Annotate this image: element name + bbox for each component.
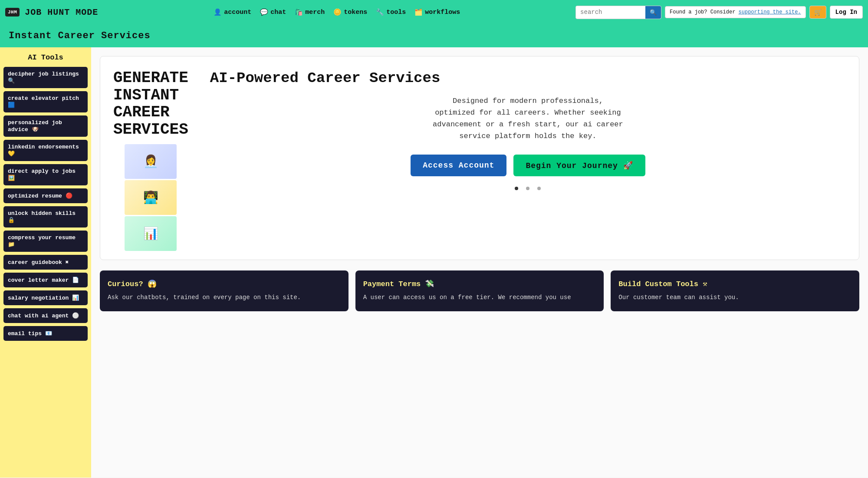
nav-links: 👤 account 💬 chat 🛍️ merch 🪙 tokens 🔧 too… [106, 8, 568, 16]
sidebar-title: AI Tools [3, 53, 88, 62]
curious-card: Curious? 😱 Ask our chatbots, trained on … [100, 270, 349, 311]
sidebar-item-chat-with-ai-agent[interactable]: chat with ai agent ⚪ [3, 308, 88, 323]
sidebar: AI Tools decipher job listings 🔍 create … [0, 47, 91, 478]
workflows-icon: 🗂️ [414, 8, 423, 16]
sidebar-item-unlock-hidden-skills[interactable]: unlock hidden skills 🔒 [3, 206, 88, 227]
hero-image-icon-2: 👨‍💻 [143, 190, 158, 205]
nav-tokens[interactable]: 🪙 tokens [333, 8, 367, 16]
page-title: Instant Career Services [9, 30, 151, 41]
cart-button[interactable]: 🛒 [809, 6, 826, 19]
layout: AI Tools decipher job listings 🔍 create … [0, 47, 868, 478]
hero-image-1: 👩‍💼 [125, 144, 177, 179]
cart-icon: 🛒 [814, 9, 822, 16]
hero-image-icon-1: 👩‍💼 [143, 154, 158, 169]
hero-left: GENERATE INSTANT CAREER SERVICES 👩‍💼 👨‍💻… [113, 69, 188, 251]
payment-terms-card: Payment Terms 💸 A user can access us on … [355, 270, 604, 311]
chat-icon: 💬 [260, 8, 268, 16]
payment-terms-card-body: A user can access us on a free tier. We … [363, 293, 596, 302]
hero-dot-3 [537, 187, 541, 190]
sidebar-item-salary-negotiation[interactable]: salary negotiation 📊 [3, 290, 88, 305]
merch-icon: 🛍️ [295, 8, 303, 16]
nav-account[interactable]: 👤 account [214, 8, 251, 16]
logo-abbr: JHM [5, 8, 20, 16]
hero-image-icon-3: 📊 [143, 226, 158, 241]
payment-terms-card-title: Payment Terms 💸 [363, 279, 596, 288]
sidebar-item-compress-your-resume[interactable]: compress your resume 📁 [3, 231, 88, 252]
sidebar-item-optimized-resume[interactable]: optimized resume 🔴 [3, 188, 88, 203]
hero-images: 👩‍💼 👨‍💻 📊 [125, 144, 177, 251]
hero-dot-2 [526, 187, 529, 190]
hero-card: GENERATE INSTANT CAREER SERVICES 👩‍💼 👨‍💻… [100, 56, 859, 260]
hero-description: Designed for modern professionals, optim… [210, 95, 846, 142]
tools-icon: 🔧 [376, 8, 384, 16]
hero-image-3: 📊 [125, 216, 177, 251]
sidebar-item-decipher-job-listings[interactable]: decipher job listings 🔍 [3, 67, 88, 88]
main-content: GENERATE INSTANT CAREER SERVICES 👩‍💼 👨‍💻… [91, 47, 868, 478]
navbar: JHM JOB HUNT MODE 👤 account 💬 chat 🛍️ me… [0, 0, 868, 24]
nav-workflows[interactable]: 🗂️ workflows [414, 8, 460, 16]
hero-image-2: 👨‍💻 [125, 180, 177, 215]
curious-card-body: Ask our chatbots, trained on every page … [108, 293, 341, 302]
hero-right: AI-Powered Career Services Designed for … [201, 69, 846, 190]
nav-chat[interactable]: 💬 chat [260, 8, 286, 16]
curious-card-title: Curious? 😱 [108, 279, 341, 288]
hero-generate-text: GENERATE INSTANT CAREER SERVICES [113, 69, 188, 138]
hero-title: AI-Powered Career Services [210, 69, 846, 87]
support-message: Found a job? Consider supporting the sit… [665, 6, 806, 18]
search-bar: 🔍 [575, 6, 661, 19]
login-button[interactable]: Log In [830, 6, 863, 19]
logo-title: JOB HUNT MODE [25, 7, 98, 17]
account-icon: 👤 [214, 8, 222, 16]
custom-tools-card-body: Our customer team can assist you. [618, 293, 852, 302]
search-icon: 🔍 [650, 9, 657, 16]
custom-tools-card-title: Build Custom Tools ⚒️ [618, 279, 852, 288]
nav-tools[interactable]: 🔧 tools [376, 8, 406, 16]
hero-dots [210, 187, 846, 190]
custom-tools-card: Build Custom Tools ⚒️ Our customer team … [611, 270, 859, 311]
nav-right: 🔍 Found a job? Consider supporting the s… [575, 6, 863, 19]
search-input[interactable] [576, 6, 645, 18]
page-header: Instant Career Services [0, 24, 868, 47]
hero-buttons: Access Account Begin Your Journey 🚀 [210, 155, 846, 176]
sidebar-item-direct-apply-to-jobs[interactable]: direct apply to jobs 🖼️ [3, 164, 88, 185]
nav-merch[interactable]: 🛍️ merch [295, 8, 325, 16]
sidebar-item-cover-letter-maker[interactable]: cover letter maker 📄 [3, 273, 88, 287]
begin-journey-button[interactable]: Begin Your Journey 🚀 [513, 155, 645, 176]
cards-row: Curious? 😱 Ask our chatbots, trained on … [100, 270, 859, 311]
sidebar-item-linkedin-endorsements[interactable]: linkedin endorsements 💛 [3, 140, 88, 161]
hero-dot-1 [515, 187, 518, 190]
sidebar-item-create-elevator-pitch[interactable]: create elevator pitch 🟦 [3, 91, 88, 112]
sidebar-item-email-tips[interactable]: email tips 📧 [3, 326, 88, 341]
support-link[interactable]: supporting the site. [739, 9, 801, 15]
sidebar-item-personalized-job-advice[interactable]: personalized job advice 🐶 [3, 115, 88, 137]
sidebar-item-career-guidebook[interactable]: career guidebook ✖️ [3, 255, 88, 270]
access-account-button[interactable]: Access Account [411, 155, 506, 176]
search-button[interactable]: 🔍 [645, 6, 661, 19]
tokens-icon: 🪙 [333, 8, 342, 16]
